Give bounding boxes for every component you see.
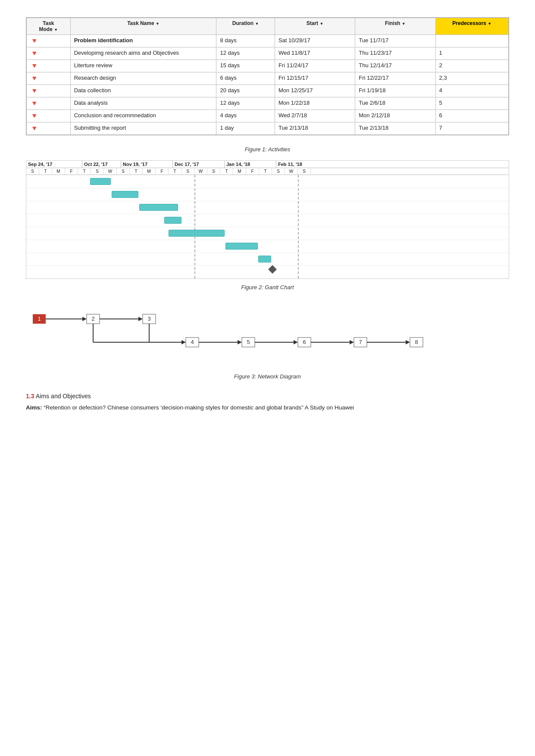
day-t1: T [39, 168, 52, 175]
task-duration-cell: 20 days [216, 85, 275, 97]
table-row: 🔻Research design6 daysFri 12/15/17Fri 12… [27, 72, 509, 85]
gantt-period-jan: Jan 14, '18 [225, 161, 276, 168]
task-mode-icon: 🔻 [30, 87, 38, 95]
task-name-text: Data collection [74, 87, 111, 94]
day-w1: W [104, 168, 117, 175]
arrow-2-3-head [138, 317, 143, 321]
figure3-caption: Figure 3: Network Diagram [26, 373, 509, 380]
gantt-period-nov: Nov 19, '17 [121, 161, 173, 168]
day-m2: M [143, 168, 156, 175]
day-s6: S [272, 168, 285, 175]
gantt-body [26, 175, 509, 278]
task-finish-cell: Tue 2/13/18 [355, 122, 435, 135]
node-4-label: 4 [191, 339, 194, 345]
arrow-5-6-head [294, 340, 298, 344]
day-s2: S [91, 168, 104, 175]
node-8-label: 8 [415, 339, 418, 345]
day-f2: F [156, 168, 169, 175]
section-heading: 1.3 Aims and Objectives [26, 393, 509, 400]
th-task-name[interactable]: Task Name ▼ [70, 18, 216, 35]
arrow-1-2-head [82, 317, 87, 321]
task-duration-cell: 4 days [216, 110, 275, 122]
task-start-cell: Tue 2/13/18 [275, 122, 355, 135]
gantt-row-line-6 [26, 253, 509, 253]
task-predecessors-cell: 4 [435, 85, 508, 97]
task-predecessors-cell [435, 35, 508, 47]
th-predecessors[interactable]: Predecessors ▼ [435, 18, 508, 35]
node-5-label: 5 [247, 339, 250, 345]
task-duration-cell: 12 days [216, 47, 275, 60]
aims-text: “Retention or defection? Chinese consume… [44, 404, 354, 411]
node-6-label: 6 [303, 339, 306, 345]
task-mode-icon: 🔻 [30, 50, 38, 57]
table-row: 🔻Conclusion and recommnedation4 daysWed … [27, 110, 509, 122]
task-name-text: Problem identification [74, 37, 133, 44]
gantt-period-feb: Feb 11, '18 [276, 161, 311, 168]
task-name-cell: Data analysis [70, 97, 216, 110]
task-mode-cell: 🔻 [27, 35, 71, 47]
day-t2: T [78, 168, 91, 175]
gantt-row-line-7 [26, 266, 509, 266]
gantt-bar-4 [164, 217, 181, 224]
task-mode-icon: 🔻 [30, 62, 38, 70]
arrow-to-4 [181, 340, 186, 344]
activities-table: TaskMode ▼ Task Name ▼ Duration ▼ Start … [26, 17, 509, 135]
gantt-bar-5 [169, 230, 225, 237]
day-t3: T [130, 168, 143, 175]
gantt-header: Sep 24, '17 Oct 22, '17 Nov 19, '17 Dec … [26, 161, 509, 168]
th-finish[interactable]: Finish ▼ [355, 18, 435, 35]
gantt-bar-6 [225, 243, 258, 250]
task-mode-icon: 🔻 [30, 75, 38, 82]
gantt-row-line-5 [26, 240, 509, 240]
day-s7: S [298, 168, 311, 175]
task-finish-cell: Tue 2/6/18 [355, 97, 435, 110]
task-name-text: Data analysis [74, 100, 108, 106]
gantt-milestone-8 [268, 265, 277, 274]
gantt-row-line-2 [26, 201, 509, 201]
arrow-7-8-head [406, 340, 410, 344]
task-mode-cell: 🔻 [27, 72, 71, 85]
node-7-label: 7 [359, 339, 362, 345]
task-name-cell: Literture review [70, 60, 216, 72]
day-m3: M [233, 168, 246, 175]
day-t5: T [220, 168, 233, 175]
task-duration-cell: 12 days [216, 97, 275, 110]
task-name-cell: Research design [70, 72, 216, 85]
task-start-cell: Sat 10/28/17 [275, 35, 355, 47]
th-duration[interactable]: Duration ▼ [216, 18, 275, 35]
th-start[interactable]: Start ▼ [275, 18, 355, 35]
task-start-cell: Fri 11/24/17 [275, 60, 355, 72]
figure2-caption: Figure 2: Gantt Chart [26, 284, 509, 291]
gantt-bar-7 [258, 256, 271, 262]
gantt-period-dec: Dec 17, '17 [173, 161, 225, 168]
day-s4: S [181, 168, 194, 175]
task-predecessors-cell: 2 [435, 60, 508, 72]
task-start-cell: Mon 1/22/18 [275, 97, 355, 110]
task-finish-cell: Fri 12/22/17 [355, 72, 435, 85]
task-mode-icon: 🔻 [30, 125, 38, 132]
network-diagram-svg: 1 2 3 4 5 6 [31, 303, 505, 364]
task-duration-cell: 6 days [216, 72, 275, 85]
network-diagram-wrapper: 1 2 3 4 5 6 [26, 299, 509, 368]
task-name-text: Submitting the report [74, 125, 126, 131]
th-task-mode[interactable]: TaskMode ▼ [27, 18, 71, 35]
day-s3: S [117, 168, 130, 175]
day-f3: F [246, 168, 259, 175]
task-mode-icon: 🔻 [30, 100, 38, 107]
day-w3: W [285, 168, 298, 175]
task-name-text: Research design [74, 75, 116, 81]
gantt-row-line-1 [26, 188, 509, 188]
day-s5: S [207, 168, 220, 175]
day-t6: T [259, 168, 272, 175]
table-row: 🔻Data collection20 daysMon 12/25/17Fri 1… [27, 85, 509, 97]
node-3-label: 3 [147, 316, 150, 322]
task-name-cell: Conclusion and recommnedation [70, 110, 216, 122]
task-finish-cell: Thu 12/14/17 [355, 60, 435, 72]
figure1-caption: Figure 1: Activities [26, 146, 509, 153]
section-title: Aims and Objectives [36, 393, 91, 400]
task-name-text: Developimg research aims and Objectives [74, 50, 179, 56]
day-w2: W [194, 168, 207, 175]
table-row: 🔻Developimg research aims and Objectives… [27, 47, 509, 60]
day-f1: F [65, 168, 78, 175]
task-name-cell: Problem identification [70, 35, 216, 47]
